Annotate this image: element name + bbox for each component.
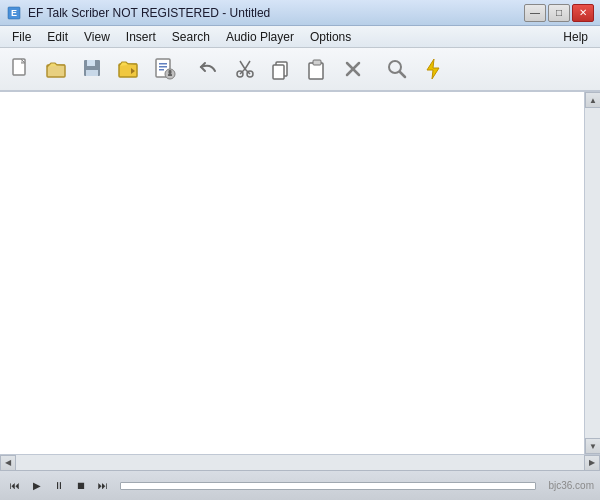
svg-marker-30 bbox=[427, 59, 439, 79]
menu-file[interactable]: File bbox=[4, 28, 39, 46]
play-button[interactable]: ▶ bbox=[28, 477, 46, 495]
copy-button[interactable] bbox=[264, 52, 298, 86]
undo-button[interactable] bbox=[192, 52, 226, 86]
watermark-text: bjc36.com bbox=[548, 480, 594, 491]
svg-point-13 bbox=[165, 69, 175, 79]
pause-button[interactable]: ⏸ bbox=[50, 477, 68, 495]
search-toolbar-button[interactable] bbox=[380, 52, 414, 86]
scroll-down-arrow[interactable]: ▼ bbox=[585, 438, 600, 454]
menu-view[interactable]: View bbox=[76, 28, 118, 46]
svg-rect-23 bbox=[273, 65, 284, 79]
svg-rect-4 bbox=[84, 60, 100, 76]
svg-point-28 bbox=[389, 61, 401, 73]
svg-rect-2 bbox=[13, 59, 25, 75]
svg-line-26 bbox=[347, 63, 359, 75]
window-controls: — □ ✕ bbox=[524, 4, 594, 22]
scroll-up-arrow[interactable]: ▲ bbox=[585, 92, 600, 108]
svg-rect-3 bbox=[47, 65, 65, 77]
open-button[interactable] bbox=[40, 52, 74, 86]
app-icon: E bbox=[6, 5, 22, 21]
scroll-right-arrow[interactable]: ▶ bbox=[584, 455, 600, 471]
editor-input[interactable] bbox=[0, 92, 584, 454]
svg-rect-9 bbox=[156, 59, 170, 77]
editor-main: ▲ ▼ ◀ ▶ bbox=[0, 92, 600, 470]
svg-line-27 bbox=[347, 63, 359, 75]
flash-button[interactable] bbox=[416, 52, 450, 86]
menu-insert[interactable]: Insert bbox=[118, 28, 164, 46]
svg-line-20 bbox=[240, 61, 245, 69]
main-layout: ▲ ▼ ◀ ▶ ⏮ ▶ ⏸ ⏹ ⏭ bjc36.com bbox=[0, 92, 600, 500]
svg-rect-25 bbox=[313, 60, 321, 65]
svg-rect-7 bbox=[119, 64, 137, 77]
menu-help[interactable]: Help bbox=[555, 28, 596, 46]
menu-search[interactable]: Search bbox=[164, 28, 218, 46]
svg-line-19 bbox=[245, 69, 250, 74]
svg-text:E: E bbox=[11, 8, 17, 18]
title-bar: E EF Talk Scriber NOT REGISTERED - Untit… bbox=[0, 0, 600, 26]
scroll-left-arrow[interactable]: ◀ bbox=[0, 455, 16, 471]
maximize-button[interactable]: □ bbox=[548, 4, 570, 22]
menu-options[interactable]: Options bbox=[302, 28, 359, 46]
skip-forward-button[interactable]: ⏭ bbox=[94, 477, 112, 495]
horizontal-scrollbar: ◀ ▶ bbox=[0, 454, 600, 470]
svg-rect-14 bbox=[169, 70, 172, 74]
window-title: EF Talk Scriber NOT REGISTERED - Untitle… bbox=[28, 6, 270, 20]
editor-wrapper: ▲ ▼ bbox=[0, 92, 600, 454]
scroll-track[interactable] bbox=[585, 108, 600, 438]
skip-back-button[interactable]: ⏮ bbox=[6, 477, 24, 495]
hscroll-track[interactable] bbox=[16, 455, 584, 470]
svg-point-16 bbox=[237, 71, 243, 77]
svg-line-18 bbox=[240, 69, 245, 74]
paste-button[interactable] bbox=[300, 52, 334, 86]
toolbar bbox=[0, 48, 600, 92]
editor-area: ▲ ▼ ◀ ▶ bbox=[0, 92, 600, 470]
svg-rect-11 bbox=[159, 66, 167, 68]
svg-rect-22 bbox=[276, 62, 287, 76]
save-button[interactable] bbox=[76, 52, 110, 86]
svg-rect-10 bbox=[159, 63, 167, 65]
svg-point-17 bbox=[247, 71, 253, 77]
cut-button[interactable] bbox=[228, 52, 262, 86]
properties-button[interactable] bbox=[148, 52, 182, 86]
vertical-scrollbar[interactable]: ▲ ▼ bbox=[584, 92, 600, 454]
svg-line-29 bbox=[400, 72, 405, 77]
open-folder-button[interactable] bbox=[112, 52, 146, 86]
menu-audio-player[interactable]: Audio Player bbox=[218, 28, 302, 46]
svg-rect-6 bbox=[86, 70, 98, 76]
delete-button[interactable] bbox=[336, 52, 370, 86]
title-left: E EF Talk Scriber NOT REGISTERED - Untit… bbox=[6, 5, 270, 21]
menu-bar: File Edit View Insert Search Audio Playe… bbox=[0, 26, 600, 48]
svg-rect-12 bbox=[159, 69, 164, 71]
svg-rect-15 bbox=[168, 74, 172, 76]
stop-button[interactable]: ⏹ bbox=[72, 477, 90, 495]
svg-marker-8 bbox=[131, 68, 135, 74]
editor-scroll-area bbox=[0, 92, 600, 454]
svg-rect-24 bbox=[309, 63, 323, 79]
audio-progress-bar[interactable] bbox=[120, 482, 536, 490]
menu-edit[interactable]: Edit bbox=[39, 28, 76, 46]
close-button[interactable]: ✕ bbox=[572, 4, 594, 22]
svg-line-21 bbox=[245, 61, 250, 69]
audio-bar: ⏮ ▶ ⏸ ⏹ ⏭ bjc36.com bbox=[0, 470, 600, 500]
svg-rect-5 bbox=[87, 60, 95, 66]
new-button[interactable] bbox=[4, 52, 38, 86]
minimize-button[interactable]: — bbox=[524, 4, 546, 22]
